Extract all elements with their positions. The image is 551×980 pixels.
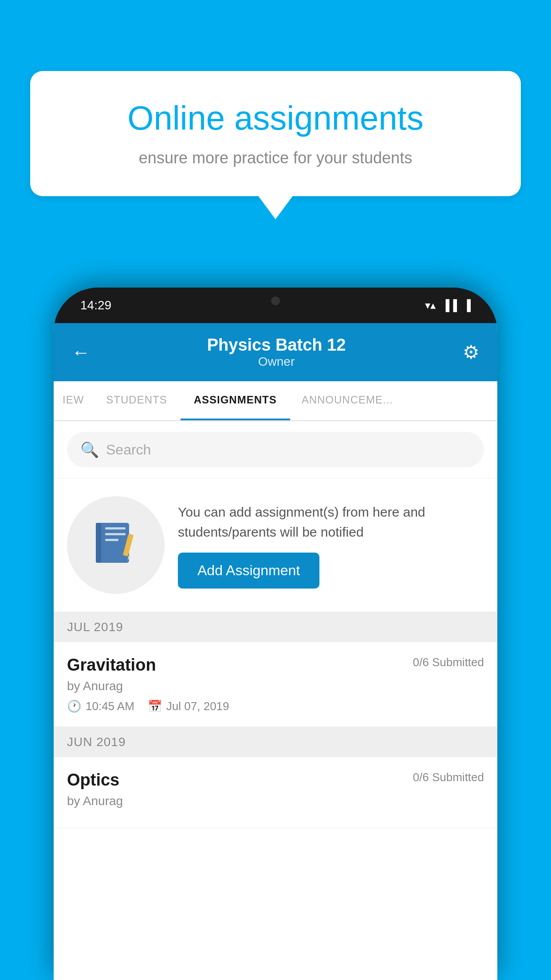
phone-frame: 14:29 ▾▴ ▐▐ ▐ ← Physics Batch 12 Owner ⚙… (54, 288, 497, 980)
camera (271, 296, 280, 305)
speech-bubble: Online assignments ensure more practice … (30, 71, 521, 196)
assignment-row-top: Gravitation 0/6 Submitted (67, 656, 484, 675)
svg-rect-3 (105, 533, 126, 535)
app-bar: ← Physics Batch 12 Owner ⚙ (54, 323, 497, 381)
settings-button[interactable]: ⚙ (463, 341, 480, 363)
search-container: 🔍 Search (54, 421, 497, 478)
assignment-name-gravitation: Gravitation (67, 656, 156, 675)
assignment-date-value: Jul 07, 2019 (166, 699, 229, 713)
search-input-wrapper[interactable]: 🔍 Search (67, 432, 484, 467)
app-bar-center: Physics Batch 12 Owner (90, 336, 463, 369)
status-time: 14:29 (80, 298, 111, 312)
bubble-title: Online assignments (61, 98, 490, 138)
svg-rect-4 (105, 539, 118, 541)
tab-students[interactable]: STUDENTS (93, 381, 180, 420)
section-label-jun: JUN 2019 (67, 735, 126, 749)
promo-section: You can add assignment(s) from here and … (54, 478, 497, 612)
tab-assignments[interactable]: ASSIGNMENTS (181, 381, 290, 420)
promo-content: You can add assignment(s) from here and … (178, 502, 484, 589)
assignment-by-optics: by Anurag (67, 794, 484, 808)
wifi-icon: ▾▴ (425, 299, 436, 312)
assignment-meta-gravitation: 🕐 10:45 AM 📅 Jul 07, 2019 (67, 699, 484, 713)
section-header-jun: JUN 2019 (54, 727, 497, 757)
section-label-jul: JUL 2019 (67, 620, 123, 634)
assignment-name-optics: Optics (67, 771, 119, 790)
assignment-date-gravitation: 📅 Jul 07, 2019 (148, 699, 229, 713)
bubble-subtitle: ensure more practice for your students (61, 149, 490, 167)
assignment-item-gravitation[interactable]: Gravitation 0/6 Submitted by Anurag 🕐 10… (54, 642, 497, 727)
promo-icon-circle (67, 496, 165, 594)
tab-announcements[interactable]: ANNOUNCEME... (290, 381, 405, 420)
status-bar: 14:29 ▾▴ ▐▐ ▐ (54, 288, 497, 323)
signal-icon: ▐▐ (442, 299, 457, 312)
assignment-row-top-optics: Optics 0/6 Submitted (67, 771, 484, 790)
search-input[interactable]: Search (106, 442, 151, 458)
assignment-submitted-optics: 0/6 Submitted (413, 771, 484, 784)
app-bar-title: Physics Batch 12 (90, 336, 463, 355)
svg-rect-1 (96, 523, 101, 563)
speech-bubble-container: Online assignments ensure more practice … (30, 71, 521, 196)
notebook-icon (94, 521, 138, 569)
calendar-icon: 📅 (148, 699, 162, 713)
phone-screen: ← Physics Batch 12 Owner ⚙ IEW STUDENTS … (54, 323, 497, 980)
battery-icon: ▐ (463, 299, 471, 312)
add-assignment-button[interactable]: Add Assignment (178, 553, 319, 589)
clock-icon: 🕐 (67, 699, 81, 713)
search-icon: 🔍 (80, 441, 99, 458)
back-button[interactable]: ← (71, 342, 90, 363)
app-bar-subtitle: Owner (90, 355, 463, 369)
content-area: 🔍 Search (54, 421, 497, 980)
assignment-submitted-gravitation: 0/6 Submitted (413, 656, 484, 669)
tabs-container: IEW STUDENTS ASSIGNMENTS ANNOUNCEME... (54, 381, 497, 421)
section-header-jul: JUL 2019 (54, 612, 497, 642)
tab-iew[interactable]: IEW (54, 381, 93, 420)
assignment-time-gravitation: 🕐 10:45 AM (67, 699, 134, 713)
assignment-item-optics[interactable]: Optics 0/6 Submitted by Anurag (54, 757, 497, 828)
assignment-by-gravitation: by Anurag (67, 679, 484, 693)
status-icons: ▾▴ ▐▐ ▐ (425, 299, 471, 312)
promo-text: You can add assignment(s) from here and … (178, 502, 484, 542)
svg-rect-2 (105, 527, 126, 530)
assignment-time-value: 10:45 AM (86, 699, 134, 713)
notch (231, 288, 320, 314)
